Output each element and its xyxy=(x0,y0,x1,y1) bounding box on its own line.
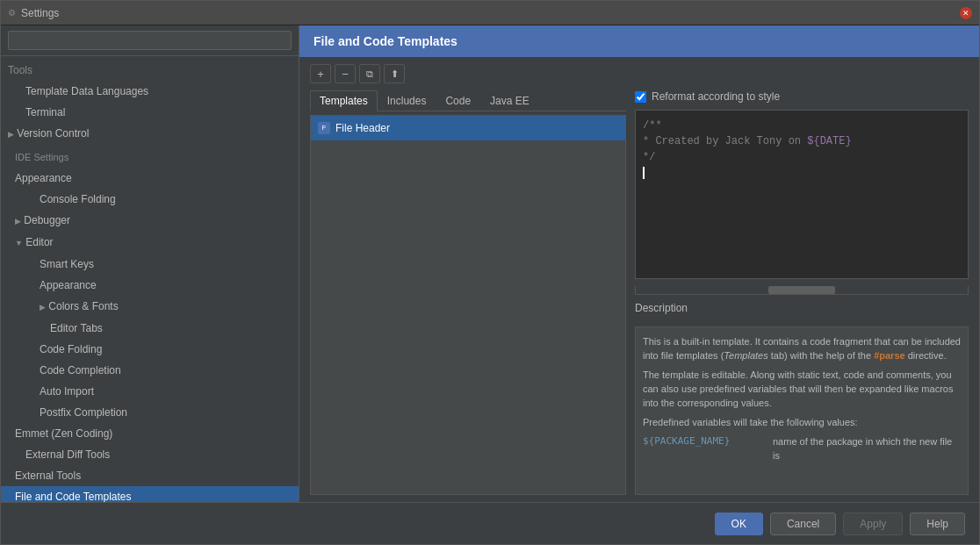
sidebar-item-external-tools[interactable]: External Tools xyxy=(1,465,299,486)
sidebar-item-terminal[interactable]: Terminal xyxy=(1,102,299,123)
sidebar: Tools Template Data Languages Terminal ▶… xyxy=(1,25,299,502)
bottom-bar: OK Cancel Apply Help xyxy=(1,502,979,544)
panel-body: + − ⧉ ⬆ Templates Includes Code Java EE xyxy=(299,57,979,502)
tab-templates[interactable]: Templates xyxy=(310,90,378,111)
tab-includes[interactable]: Includes xyxy=(378,90,436,111)
search-input[interactable] xyxy=(8,31,292,50)
code-line-3: */ xyxy=(643,149,961,165)
help-button[interactable]: Help xyxy=(910,513,965,535)
copy-template-button[interactable]: ⧉ xyxy=(359,64,380,83)
add-template-button[interactable]: + xyxy=(310,64,331,83)
tabs-and-content: Templates Includes Code Java EE F File H… xyxy=(310,90,969,495)
sidebar-item-code-folding[interactable]: Code Folding xyxy=(1,339,299,360)
apply-button[interactable]: Apply xyxy=(843,513,903,535)
sidebar-item-auto-import[interactable]: Auto Import xyxy=(1,381,299,402)
sidebar-item-debugger[interactable]: ▶ Debugger xyxy=(1,210,299,232)
sidebar-item-appearance-editor[interactable]: Appearance xyxy=(1,275,299,296)
sidebar-item-template-data-languages[interactable]: Template Data Languages xyxy=(1,81,299,102)
ok-button[interactable]: OK xyxy=(715,513,763,535)
sidebar-section-ide-settings: IDE Settings xyxy=(1,145,299,168)
reformat-checkbox-label: Reformat according to style xyxy=(652,90,780,103)
right-content: Reformat according to style /** * Create… xyxy=(635,90,969,495)
variable-table: ${PACKAGE_NAME} name of the package in w… xyxy=(643,434,961,463)
var-desc-package: name of the package in which the new fil… xyxy=(773,434,961,463)
template-list-section: Templates Includes Code Java EE F File H… xyxy=(310,90,626,495)
code-editor-scrollbar[interactable] xyxy=(635,286,969,295)
template-list: F File Header xyxy=(310,115,626,495)
sidebar-item-editor[interactable]: ▼ Editor xyxy=(1,232,299,254)
move-template-button[interactable]: ⬆ xyxy=(384,64,405,83)
sidebar-item-colors-fonts[interactable]: ▶ Colors & Fonts xyxy=(1,296,299,318)
sidebar-item-file-and-code-templates[interactable]: File and Code Templates xyxy=(1,486,299,502)
settings-icon: ⚙ xyxy=(8,8,16,18)
sidebar-item-emmet[interactable]: Emmet (Zen Coding) xyxy=(1,423,299,444)
search-box xyxy=(1,25,299,56)
sidebar-item-tools[interactable]: Tools xyxy=(1,60,299,81)
template-item-file-header[interactable]: F File Header xyxy=(311,116,625,140)
scrollbar-thumb xyxy=(768,286,835,294)
reformat-checkbox: Reformat according to style xyxy=(635,90,969,103)
tab-code[interactable]: Code xyxy=(436,90,480,111)
toolbar: + − ⧉ ⬆ xyxy=(310,64,969,83)
cancel-button[interactable]: Cancel xyxy=(770,513,836,535)
sidebar-item-version-control[interactable]: ▶ Version Control xyxy=(1,123,299,145)
panel-title: File and Code Templates xyxy=(313,34,458,48)
reformat-checkbox-input[interactable] xyxy=(635,91,646,103)
title-bar: ⚙ Settings ✕ xyxy=(1,1,979,25)
settings-dialog: ⚙ Settings ✕ Tools Template Data Languag… xyxy=(0,0,980,545)
sidebar-item-smart-keys[interactable]: Smart Keys xyxy=(1,254,299,275)
sidebar-item-code-completion[interactable]: Code Completion xyxy=(1,360,299,381)
var-row-package: ${PACKAGE_NAME} name of the package in w… xyxy=(643,434,961,463)
remove-template-button[interactable]: − xyxy=(335,64,356,83)
code-line-1: /** xyxy=(643,118,961,133)
template-file-icon: F xyxy=(318,122,330,134)
code-editor[interactable]: /** * Created by Jack Tony on ${DATE} */ xyxy=(635,110,969,279)
panel-header: File and Code Templates xyxy=(299,25,979,57)
code-line-2: * Created by Jack Tony on ${DATE} xyxy=(643,133,961,149)
right-panel: File and Code Templates + − ⧉ ⬆ Template… xyxy=(299,25,979,502)
tab-javaee[interactable]: Java EE xyxy=(480,90,539,111)
main-content: Tools Template Data Languages Terminal ▶… xyxy=(1,25,979,502)
code-line-4 xyxy=(643,165,961,181)
close-button[interactable]: ✕ xyxy=(960,7,972,19)
sidebar-item-editor-tabs[interactable]: Editor Tabs xyxy=(1,318,299,339)
template-item-label: File Header xyxy=(335,119,390,137)
sidebar-item-console-folding[interactable]: Console Folding xyxy=(1,189,299,210)
sidebar-item-appearance[interactable]: Appearance xyxy=(1,168,299,189)
title-bar-text: Settings xyxy=(21,7,59,19)
sidebar-item-external-diff-tools[interactable]: External Diff Tools xyxy=(1,444,299,465)
sidebar-tree: Tools Template Data Languages Terminal ▶… xyxy=(1,56,299,502)
description-text: This is a built-in template. It contains… xyxy=(643,334,961,463)
sidebar-item-postfix-completion[interactable]: Postfix Completion xyxy=(1,402,299,423)
var-name-package: ${PACKAGE_NAME} xyxy=(643,434,766,463)
description-label: Description xyxy=(635,302,969,314)
tab-bar: Templates Includes Code Java EE xyxy=(310,90,626,111)
description-section: This is a built-in template. It contains… xyxy=(635,326,969,496)
